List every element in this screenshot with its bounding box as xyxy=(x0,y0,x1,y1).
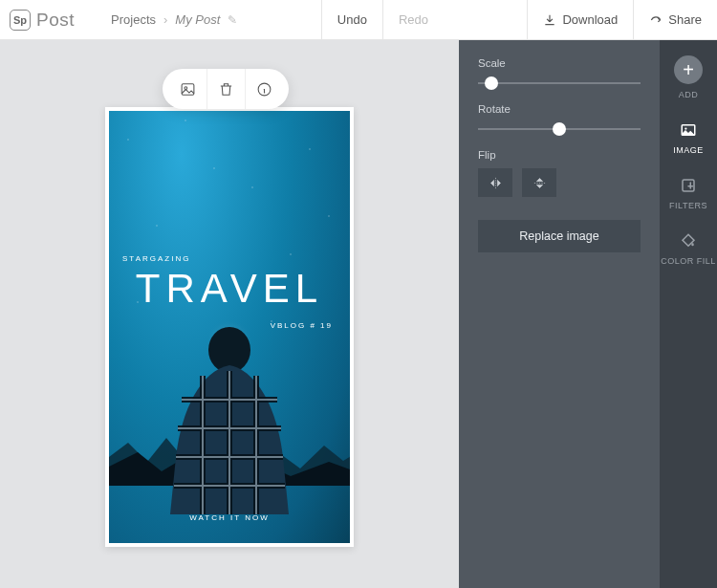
edit-name-icon[interactable]: ✎ xyxy=(228,13,237,27)
right-sidebar: + ADD IMAGE FILTERS COLOR FILL xyxy=(660,40,717,588)
top-bar: Sp Post Projects › My Post ✎ Undo Redo D… xyxy=(0,0,717,40)
plus-icon: + xyxy=(674,55,703,84)
sidebar-add-label: ADD xyxy=(679,90,699,99)
svg-rect-1 xyxy=(182,83,194,94)
logo-mark: Sp xyxy=(10,10,31,31)
download-icon xyxy=(543,13,556,27)
sidebar-image-label: IMAGE xyxy=(673,145,704,155)
rotate-label: Rotate xyxy=(478,103,641,115)
breadcrumb-current[interactable]: My Post xyxy=(175,12,220,27)
paint-bucket-icon xyxy=(680,232,697,250)
poster-super-text[interactable]: STARGAZING xyxy=(122,254,190,263)
flip-horizontal-button[interactable] xyxy=(478,168,512,197)
poster-title-text[interactable]: TRAVEL xyxy=(109,266,350,312)
download-label: Download xyxy=(562,12,618,27)
sidebar-filters-label: FILTERS xyxy=(669,201,707,210)
scale-slider-thumb[interactable] xyxy=(485,76,498,90)
share-label: Share xyxy=(668,12,702,27)
breadcrumb-separator: › xyxy=(163,12,167,27)
share-button[interactable]: Share xyxy=(633,0,717,40)
poster[interactable]: STARGAZING TRAVEL VBLOG # 19 WATCH IT NO… xyxy=(109,111,350,543)
svg-point-5 xyxy=(684,127,686,129)
flip-label: Flip xyxy=(478,149,641,161)
sidebar-colorfill-label: COLOR FILL xyxy=(661,256,716,266)
flip-vertical-icon xyxy=(532,176,547,190)
sidebar-item-filters[interactable]: FILTERS xyxy=(669,176,707,210)
flip-horizontal-icon xyxy=(489,176,503,190)
scale-slider[interactable] xyxy=(478,76,641,90)
redo-button[interactable]: Redo xyxy=(382,0,444,40)
breadcrumb: Projects › My Post ✎ xyxy=(84,12,237,27)
info-button[interactable] xyxy=(245,69,283,109)
poster-frame[interactable]: STARGAZING TRAVEL VBLOG # 19 WATCH IT NO… xyxy=(105,107,354,547)
undo-button[interactable]: Undo xyxy=(321,0,382,40)
delete-button[interactable] xyxy=(206,69,245,109)
scale-label: Scale xyxy=(478,57,641,69)
image-icon xyxy=(680,121,697,139)
download-button[interactable]: Download xyxy=(527,0,633,40)
properties-panel: Scale Rotate Flip Replace image xyxy=(459,40,660,588)
canvas-area[interactable]: STARGAZING TRAVEL VBLOG # 19 WATCH IT NO… xyxy=(0,40,459,588)
sidebar-item-colorfill[interactable]: COLOR FILL xyxy=(661,231,716,266)
filters-icon xyxy=(680,177,697,194)
sidebar-item-add[interactable]: + ADD xyxy=(674,55,703,99)
sidebar-item-image[interactable]: IMAGE xyxy=(673,120,704,155)
canvas-floating-toolbar xyxy=(163,69,289,109)
poster-vblog-text[interactable]: VBLOG # 19 xyxy=(271,321,333,330)
breadcrumb-root[interactable]: Projects xyxy=(111,12,156,27)
image-tool-button[interactable] xyxy=(168,69,206,109)
replace-image-button[interactable]: Replace image xyxy=(478,220,641,252)
poster-cta-text[interactable]: WATCH IT NOW xyxy=(109,513,350,522)
flip-vertical-button[interactable] xyxy=(522,168,556,197)
share-icon xyxy=(649,13,663,27)
poster-person xyxy=(143,323,315,514)
info-icon xyxy=(256,81,272,98)
trash-icon xyxy=(218,81,234,98)
brand-name: Post xyxy=(36,10,75,31)
rotate-slider[interactable] xyxy=(478,122,641,136)
rotate-slider-thumb[interactable] xyxy=(553,122,566,136)
logo[interactable]: Sp Post xyxy=(0,10,84,31)
image-icon xyxy=(180,81,196,98)
